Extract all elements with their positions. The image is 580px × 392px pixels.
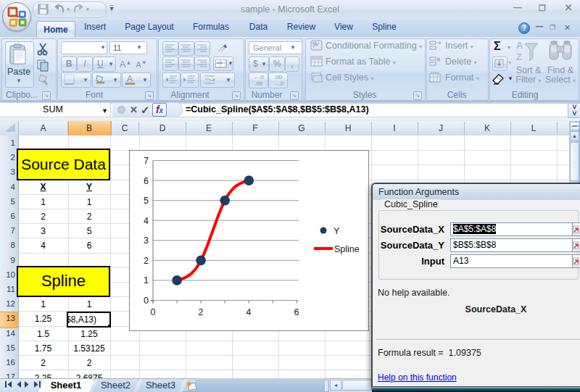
svg-text:1: 1 [144,275,149,285]
svg-text:2: 2 [144,256,149,266]
svg-text:0: 0 [151,307,156,317]
svg-text:5: 5 [144,196,149,206]
svg-text:4: 4 [246,307,252,317]
svg-text:Y: Y [334,226,340,236]
svg-text:0: 0 [144,296,149,306]
svg-text:6: 6 [144,176,149,186]
svg-text:Z: Z [516,51,522,62]
svg-text:4: 4 [144,216,149,226]
svg-text:Spline: Spline [334,244,360,254]
svg-text:A: A [516,40,523,51]
svg-text:7: 7 [144,156,149,166]
svg-text:6: 6 [294,307,299,317]
svg-text:2: 2 [199,307,204,317]
svg-text:3: 3 [144,235,149,246]
